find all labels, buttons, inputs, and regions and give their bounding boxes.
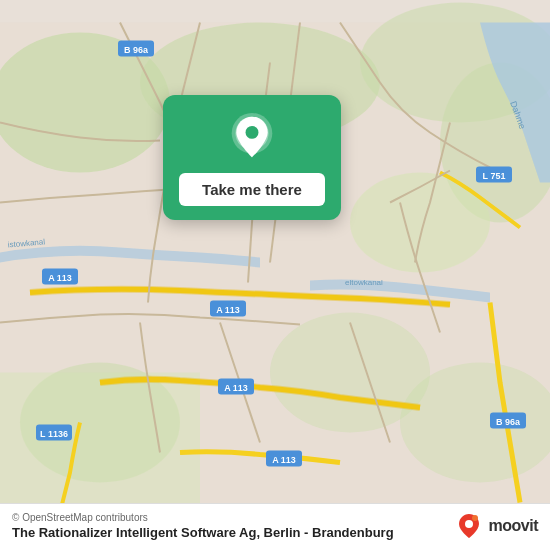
moovit-brand-text: moovit	[489, 517, 538, 535]
take-me-there-button[interactable]: Take me there	[179, 173, 325, 206]
svg-point-32	[465, 520, 473, 528]
svg-text:L 1136: L 1136	[40, 429, 68, 439]
popup-card: Take me there	[163, 95, 341, 220]
map-background: Dahme eltowkanal	[0, 0, 550, 550]
svg-text:L 751: L 751	[483, 171, 506, 181]
svg-text:B 96a: B 96a	[496, 417, 521, 427]
bottom-info: © OpenStreetMap contributors The Rationa…	[12, 512, 394, 540]
svg-point-31	[246, 126, 259, 139]
moovit-icon	[455, 512, 483, 540]
svg-text:A 113: A 113	[216, 305, 240, 315]
svg-text:B 96a: B 96a	[124, 45, 149, 55]
location-pin-icon	[228, 113, 276, 161]
moovit-logo: moovit	[455, 512, 538, 540]
map-attribution: © OpenStreetMap contributors	[12, 512, 394, 523]
svg-text:eltowkanal: eltowkanal	[345, 278, 383, 287]
map-container: Dahme eltowkanal	[0, 0, 550, 550]
location-name: The Rationalizer Intelligent Software Ag…	[12, 525, 394, 540]
svg-text:A 113: A 113	[224, 383, 248, 393]
svg-point-33	[472, 515, 478, 521]
svg-text:A 113: A 113	[48, 273, 72, 283]
bottom-bar: © OpenStreetMap contributors The Rationa…	[0, 503, 550, 550]
svg-text:A 113: A 113	[272, 455, 296, 465]
